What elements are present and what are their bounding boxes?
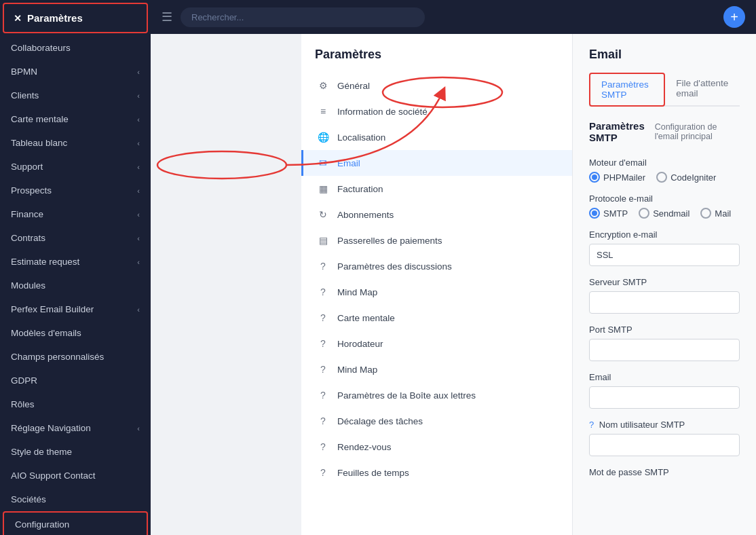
smtp-option[interactable]: SMTP [589,208,628,219]
codeigniter-option[interactable]: CodeIgniter [656,172,716,183]
sidebar-item-modules[interactable]: Modules [0,274,151,297]
search-input[interactable] [181,7,425,27]
phpmailer-option[interactable]: PHPMailer [589,172,645,183]
sidebar-item-champs-personnalisés[interactable]: Champs personnalisés [0,345,151,369]
email-panel-title: Email [589,48,740,62]
chevron-icon: ‹ [137,234,140,242]
settings-menu: ⚙Général≡Information de société🌐Localisa… [301,73,572,485]
nom-utilisateur-group: ? Nom utilisateur SMTP [589,420,740,456]
email-field-input[interactable] [589,386,740,409]
close-icon[interactable]: ✕ [14,13,22,24]
sidebar-item-perfex-email-builder[interactable]: Perfex Email Builder‹ [0,297,151,321]
settings-item-label: Information de société [337,107,428,117]
settings-item-email[interactable]: ✉Email [301,150,572,176]
sidebar-item-label: Support [11,162,43,172]
sidebar-item-bpmn[interactable]: BPMN‹ [0,60,151,84]
settings-item-icon: ? [317,338,329,349]
sidebar-item-collaborateurs[interactable]: Collaborateurs [0,36,151,60]
sidebar-title: Paramètres [27,12,83,24]
sidebar-item-label: Style de theme [11,447,72,457]
sidebar-item-configuration[interactable]: Configuration [3,511,148,535]
settings-item-label: Mind Map [337,365,377,375]
settings-item-localisation[interactable]: 🌐Localisation [301,124,572,150]
sendmail-radio[interactable] [639,208,649,219]
settings-item-horodateur[interactable]: ?Horodateur [301,331,572,356]
settings-item-paramètres-des-discussions[interactable]: ?Paramètres des discussions [301,253,572,279]
sendmail-option[interactable]: Sendmail [639,208,689,219]
smtp-label: SMTP [603,208,628,219]
settings-item-rendez-vous[interactable]: ?Rendez-vous [301,434,572,460]
settings-item-icon: ≡ [317,106,329,117]
sidebar-item-carte-mentale[interactable]: Carte mentale‹ [0,107,151,131]
svg-point-0 [157,151,286,179]
sidebar-item-clients[interactable]: Clients‹ [0,84,151,107]
help-icon: ? [589,420,594,430]
smtp-radio[interactable] [589,208,600,219]
settings-panel-title: Paramètres [301,48,572,73]
sidebar-item-label: Réglage Navigation [11,423,91,433]
protocole-radio-group: SMTP Sendmail Mail [589,208,740,219]
settings-item-label: Horodateur [337,339,383,349]
moteur-label: Moteur d'email [589,158,740,168]
settings-item-mind-map[interactable]: ?Mind Map [301,279,572,305]
settings-item-icon: ? [317,390,329,401]
settings-item-passerelles-de-paiements[interactable]: ▤Passerelles de paiements [301,227,572,253]
sidebar-item-sociétés[interactable]: Sociétés [0,487,151,511]
settings-item-label: Général [337,81,370,91]
sidebar-item-modèles-d'emails[interactable]: Modèles d'emails [0,321,151,345]
port-group: Port SMTP [589,325,740,361]
port-input[interactable] [589,339,740,361]
phpmailer-radio[interactable] [589,172,600,183]
settings-item-label: Email [337,158,360,168]
sidebar-item-label: GDPR [11,375,37,386]
smtp-section-title: Paramètres SMTP [589,120,649,143]
sidebar-item-réglage-navigation[interactable]: Réglage Navigation‹ [0,416,151,440]
tab-smtp[interactable]: Paramètres SMTP [589,73,665,107]
settings-item-information-de-société[interactable]: ≡Information de société [301,98,572,124]
settings-item-abonnements[interactable]: ↻Abonnements [301,202,572,227]
sidebar-item-label: AIO Support Contact [11,471,96,481]
codeigniter-radio[interactable] [656,172,667,183]
sidebar-item-aio-support-contact[interactable]: AIO Support Contact [0,464,151,487]
phpmailer-label: PHPMailer [603,172,645,183]
settings-item-feuilles-de-temps[interactable]: ?Feuilles de temps [301,460,572,485]
codeigniter-label: CodeIgniter [670,172,716,183]
sidebar-item-label: Collaborateurs [11,43,71,53]
sidebar-item-gdpr[interactable]: GDPR [0,369,151,392]
encryption-input[interactable] [589,244,740,266]
sidebar-item-estimate-request[interactable]: Estimate request‹ [0,250,151,274]
add-button[interactable]: + [723,6,745,28]
settings-item-icon: ? [317,467,329,478]
sidebar-item-prospects[interactable]: Prospects‹ [0,179,151,202]
settings-item-général[interactable]: ⚙Général [301,73,572,98]
sidebar-item-support[interactable]: Support‹ [0,155,151,179]
serveur-group: Serveur SMTP [589,277,740,314]
settings-item-facturation[interactable]: ▦Facturation [301,176,572,202]
tab-queue[interactable]: File d'attente email [665,73,740,107]
chevron-icon: ‹ [137,115,140,124]
sidebar-item-label: Contrats [11,233,45,243]
chevron-icon: ‹ [137,139,140,147]
serveur-input[interactable] [589,291,740,314]
mail-radio[interactable] [700,208,711,219]
hamburger-icon[interactable]: ☰ [162,10,172,24]
sidebar-item-finance[interactable]: Finance‹ [0,202,151,226]
sidebar-item-label: Perfex Email Builder [11,304,94,314]
sidebar-item-tableau-blanc[interactable]: Tableau blanc‹ [0,131,151,155]
sidebar-item-rôles[interactable]: Rôles [0,392,151,416]
nom-utilisateur-input[interactable] [589,434,740,456]
sidebar-item-contrats[interactable]: Contrats‹ [0,226,151,250]
settings-item-icon: ▤ [317,235,329,246]
settings-item-décalage-des-tâches[interactable]: ?Décalage des tâches [301,408,572,434]
settings-item-mind-map[interactable]: ?Mind Map [301,356,572,382]
settings-item-label: Abonnements [337,210,394,220]
sidebar-item-style-de-theme[interactable]: Style de theme [0,440,151,464]
settings-item-icon: ⚙ [317,80,329,91]
port-label: Port SMTP [589,325,740,335]
sidebar-item-label: Modules [11,280,45,291]
settings-item-paramètres-de-la-boîte-aux-lettres[interactable]: ?Paramètres de la Boîte aux lettres [301,382,572,408]
settings-item-icon: ? [317,416,329,426]
sidebar-header[interactable]: ✕ Paramètres [3,3,148,33]
mail-option[interactable]: Mail [700,208,731,219]
settings-item-carte-mentale[interactable]: ?Carte mentale [301,305,572,331]
